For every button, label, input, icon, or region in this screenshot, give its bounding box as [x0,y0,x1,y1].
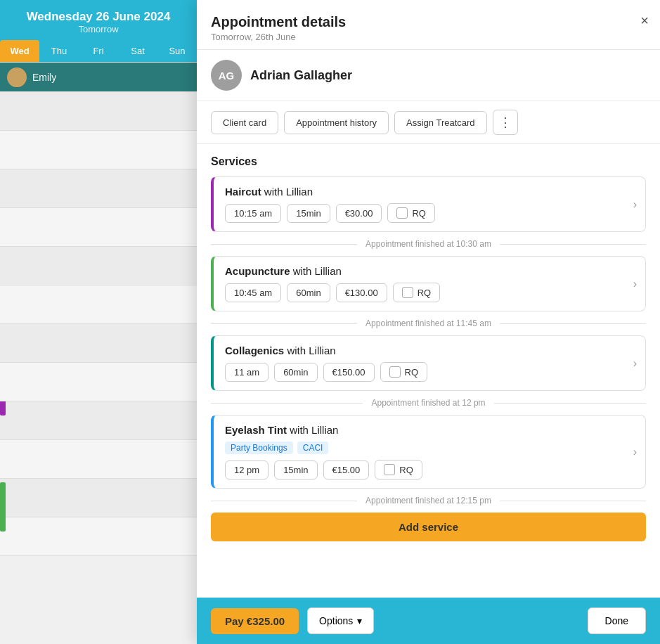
appointment-details-panel: Appointment details Tomorrow, 26th June … [197,0,660,644]
service-time-eyelash-tint[interactable]: 12 pm [225,461,268,479]
service-duration-acupuncture[interactable]: 60min [287,283,330,302]
pay-button[interactable]: Pay €325.00 [211,608,299,634]
rq-checkbox-eyelash-tint[interactable] [384,464,395,475]
rq-label-acupuncture: RQ [418,288,432,298]
emily-avatar [7,67,27,87]
rq-checkbox-collagenics[interactable] [389,366,401,378]
calendar-body: Emily [0,63,197,644]
more-options-button[interactable]: ⋮ [493,110,518,135]
calendar-header: Wednesday 26 June 2024 Tomorrow [0,0,197,40]
calendar-row-1 [0,92,197,131]
done-button[interactable]: Done [588,607,646,634]
service-card-collagenics[interactable]: Collagenics with Lillian 11 am 60min €15… [211,335,646,391]
assign-treatcard-button[interactable]: Assign Treatcard [394,111,487,134]
appointment-history-button[interactable]: Appointment history [284,111,389,134]
rq-label-collagenics: RQ [405,367,419,378]
calendar-row-8 [0,363,197,401]
calendar-date: Wednesday 26 June 2024 [6,10,191,24]
services-title: Services [211,155,646,168]
service-pills-eyelash-tint: 12 pm 15min €15.00 RQ [225,460,634,479]
modal-subtitle: Tomorrow, 26th June [211,32,646,42]
service-card-haircut[interactable]: Haircut with Lillian 10:15 am 15min €30.… [211,176,646,232]
calendar-row-3 [0,169,197,208]
service-pills-collagenics: 11 am 60min €150.00 RQ [225,362,634,382]
options-button[interactable]: Options ▾ [307,607,374,634]
service-name-eyelash-tint: Eyelash Tint with Lillian [225,424,634,436]
service-pills-haircut: 10:15 am 15min €30.00 RQ [225,203,634,223]
service-time-acupuncture[interactable]: 10:45 am [225,283,281,302]
client-name: Adrian Gallagher [250,68,352,83]
service-rq-eyelash-tint[interactable]: RQ [375,460,422,479]
service-duration-collagenics[interactable]: 60min [274,363,317,382]
service-time-haircut[interactable]: 10:15 am [225,204,281,223]
service-name-acupuncture: Acupuncture with Lillian [225,265,634,277]
chevron-right-icon-haircut: › [633,198,637,211]
service-pills-acupuncture: 10:45 am 60min €130.00 RQ [225,283,634,302]
divider-eyelash-tint: Appointment finished at 12:15 pm [211,496,646,505]
calendar-row-5 [0,247,197,285]
svg-point-1 [10,78,24,87]
service-name-collagenics: Collagenics with Lillian [225,344,634,356]
service-duration-eyelash-tint[interactable]: 15min [274,461,317,479]
day-tab-sat[interactable]: Sat [118,40,157,62]
calendar-row-11 [0,479,197,517]
service-price-eyelash-tint[interactable]: €15.00 [323,461,370,479]
service-price-acupuncture[interactable]: €130.00 [336,283,387,302]
day-tab-wed[interactable]: Wed [0,40,39,62]
tag-caci: CACI [297,442,329,454]
calendar-row-4 [0,208,197,247]
service-card-eyelash-tint[interactable]: Eyelash Tint with Lillian Party Bookings… [211,415,646,489]
service-tags-eyelash-tint: Party Bookings CACI [225,442,634,454]
chevron-right-icon-acupuncture: › [633,278,637,290]
day-tab-fri[interactable]: Fri [79,40,118,62]
service-rq-collagenics[interactable]: RQ [380,362,428,382]
divider-collagenics: Appointment finished at 12 pm [211,398,646,408]
options-label: Options [319,615,353,626]
day-tab-thu[interactable]: Thu [39,40,79,62]
service-time-collagenics[interactable]: 11 am [225,363,268,382]
calendar-row-10 [0,440,197,479]
tag-party-bookings: Party Bookings [225,442,293,454]
rq-label-haircut: RQ [412,208,426,219]
calendar-row-12 [0,517,197,556]
service-rq-acupuncture[interactable]: RQ [393,283,441,302]
green-event-bar [0,482,6,532]
calendar-row-9 [0,401,197,440]
service-price-collagenics[interactable]: €150.00 [323,363,375,382]
services-area: Services Haircut with Lillian 10:15 am 1… [197,144,660,598]
calendar-row-6 [0,285,197,324]
three-dots-icon: ⋮ [499,115,512,130]
client-row: AG Adrian Gallagher [197,50,660,101]
emily-name: Emily [32,72,56,83]
day-tabs: Wed Thu Fri Sat Sun [0,40,197,63]
calendar-date-sub: Tomorrow [6,24,191,34]
rq-label-eyelash-tint: RQ [399,465,413,475]
rq-checkbox-haircut[interactable] [396,207,408,219]
action-buttons: Client card Appointment history Assign T… [197,101,660,144]
modal-header: Appointment details Tomorrow, 26th June … [197,0,660,50]
modal-footer: Pay €325.00 Options ▾ Done [197,598,660,644]
service-duration-haircut[interactable]: 15min [287,204,330,223]
svg-point-0 [13,70,21,79]
client-avatar: AG [211,60,242,91]
calendar-sidebar: Wednesday 26 June 2024 Tomorrow Wed Thu … [0,0,197,644]
add-service-button[interactable]: Add service [211,513,646,541]
divider-acupuncture: Appointment finished at 11:45 am [211,318,646,328]
service-card-acupuncture[interactable]: Acupuncture with Lillian 10:45 am 60min … [211,256,646,311]
service-price-haircut[interactable]: €30.00 [336,204,382,223]
service-rq-haircut[interactable]: RQ [387,203,435,223]
client-card-button[interactable]: Client card [211,111,278,134]
chevron-down-icon: ▾ [357,615,362,626]
day-tab-sun[interactable]: Sun [157,40,197,62]
rq-checkbox-acupuncture[interactable] [402,287,413,298]
modal-title: Appointment details [211,14,646,30]
calendar-row-7 [0,324,197,363]
close-button[interactable]: × [640,13,649,29]
divider-haircut: Appointment finished at 10:30 am [211,239,646,249]
calendar-row-2 [0,131,197,169]
chevron-right-icon-collagenics: › [633,357,637,370]
chevron-right-icon-eyelash-tint: › [633,446,637,458]
emily-row[interactable]: Emily [0,63,197,92]
service-name-haircut: Haircut with Lillian [225,186,634,198]
